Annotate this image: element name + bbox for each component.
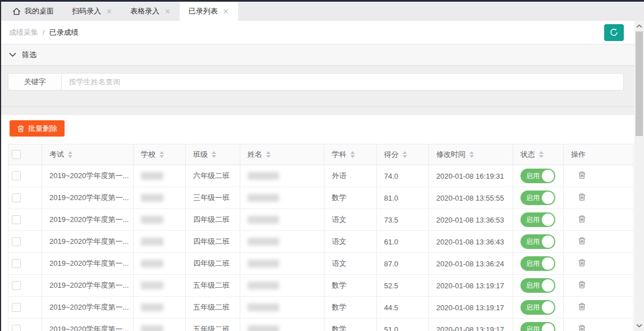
- status-toggle[interactable]: 启用: [520, 234, 555, 249]
- cell-school: [134, 319, 186, 331]
- cell-exam: 2019~2020学年度第一...: [42, 231, 134, 253]
- subject-text: 数学: [332, 303, 346, 311]
- status-toggle[interactable]: 启用: [520, 300, 555, 315]
- modified-text: 2020-01-08 13:36:24: [436, 260, 504, 268]
- sort-caret-icon[interactable]: [539, 151, 543, 158]
- cell-select: [8, 253, 42, 275]
- select-all-checkbox[interactable]: [12, 150, 21, 159]
- close-icon[interactable]: ✕: [106, 8, 112, 15]
- refresh-icon: [609, 28, 619, 37]
- sort-caret-icon[interactable]: [403, 151, 407, 158]
- tab-my-desktop[interactable]: 我的桌面: [3, 2, 63, 21]
- row-checkbox[interactable]: [12, 281, 21, 290]
- delete-row-button[interactable]: [578, 324, 586, 331]
- scroll-down-arrow-icon[interactable]: [634, 321, 644, 330]
- redacted-name: [248, 303, 279, 311]
- column-header-name[interactable]: 姓名: [240, 144, 325, 165]
- sort-caret-icon[interactable]: [469, 151, 474, 158]
- sort-caret-icon[interactable]: [68, 151, 72, 158]
- class-text: 四年级二班: [193, 215, 230, 224]
- sort-caret-icon[interactable]: [159, 151, 164, 158]
- cell-score: 81.0: [377, 187, 429, 209]
- subject-text: 数学: [332, 281, 346, 289]
- table-header-row: 考试学校班级姓名学科得分修改时间状态操作: [8, 144, 634, 165]
- column-header-class[interactable]: 班级: [186, 144, 240, 165]
- column-header-score[interactable]: 得分: [377, 144, 429, 165]
- delete-row-button[interactable]: [578, 280, 586, 289]
- column-header-school[interactable]: 学校: [134, 144, 186, 165]
- sort-caret-icon[interactable]: [350, 151, 355, 158]
- toggle-knob: [542, 257, 554, 270]
- keyword-input[interactable]: [62, 73, 624, 90]
- cell-name: [240, 275, 325, 297]
- app-window: 我的桌面 扫码录入 ✕ 表格录入 ✕ 已录列表 ✕ 成绩采集 / 已录成绩 筛选: [0, 0, 644, 331]
- tab-label: 扫码录入: [72, 6, 101, 16]
- exam-text: 2019~2020学年度第一...: [49, 171, 129, 180]
- filter-panel-header[interactable]: 筛选: [0, 44, 634, 66]
- score-text: 81.0: [384, 194, 398, 202]
- column-header-subject[interactable]: 学科: [325, 144, 377, 165]
- delete-row-button[interactable]: [578, 193, 586, 201]
- column-header-modified[interactable]: 修改时间: [429, 144, 513, 165]
- row-checkbox[interactable]: [12, 237, 21, 246]
- column-header-exam[interactable]: 考试: [42, 144, 134, 165]
- vertical-scrollbar[interactable]: [634, 21, 644, 331]
- cell-select: [8, 297, 42, 319]
- cell-subject: 外语: [325, 165, 377, 187]
- row-checkbox[interactable]: [12, 215, 21, 224]
- scroll-up-arrow-icon[interactable]: [634, 21, 644, 31]
- tab-scan-entry[interactable]: 扫码录入 ✕: [63, 2, 121, 21]
- row-checkbox[interactable]: [12, 325, 21, 331]
- cell-class: 五年级二班: [186, 319, 240, 331]
- status-toggle[interactable]: 启用: [520, 322, 555, 331]
- row-checkbox[interactable]: [12, 303, 21, 312]
- close-icon[interactable]: ✕: [223, 8, 229, 15]
- trash-icon: [578, 324, 586, 331]
- redacted-name: [248, 238, 279, 246]
- row-checkbox[interactable]: [12, 171, 21, 180]
- subject-text: 外语: [332, 171, 346, 180]
- refresh-button[interactable]: [604, 24, 624, 41]
- status-toggle[interactable]: 启用: [520, 169, 555, 183]
- trash-icon: [578, 259, 586, 267]
- subject-text: 数学: [332, 325, 346, 331]
- column-label: 操作: [571, 149, 586, 160]
- close-icon[interactable]: ✕: [165, 8, 171, 15]
- sort-caret-icon[interactable]: [212, 151, 216, 158]
- column-header-status[interactable]: 状态: [513, 144, 564, 165]
- batch-delete-button[interactable]: 批量删除: [10, 120, 65, 137]
- delete-row-button[interactable]: [578, 302, 586, 311]
- exam-text: 2019~2020学年度第一...: [49, 325, 129, 331]
- column-label: 得分: [384, 149, 399, 160]
- redacted-school: [141, 282, 163, 289]
- status-toggle[interactable]: 启用: [520, 212, 555, 227]
- delete-row-button[interactable]: [578, 259, 586, 267]
- breadcrumb-separator: /: [43, 28, 45, 37]
- scrollbar-thumb[interactable]: [636, 31, 643, 136]
- status-badge: 启用: [526, 171, 540, 181]
- redacted-name: [248, 325, 279, 331]
- tab-recorded-list[interactable]: 已录列表 ✕: [180, 2, 238, 21]
- column-label: 姓名: [248, 149, 262, 160]
- cell-subject: 语文: [325, 209, 377, 231]
- tab-form-entry[interactable]: 表格录入 ✕: [121, 2, 180, 21]
- cell-school: [134, 275, 186, 297]
- score-text: 44.5: [384, 303, 398, 312]
- sort-caret-icon[interactable]: [266, 151, 271, 158]
- exam-text: 2019~2020学年度第一...: [49, 215, 129, 224]
- status-toggle[interactable]: 启用: [520, 278, 555, 293]
- status-toggle[interactable]: 启用: [520, 191, 555, 205]
- breadcrumb-section: 成绩采集: [9, 28, 38, 38]
- status-badge: 启用: [526, 281, 540, 291]
- delete-row-button[interactable]: [578, 237, 586, 245]
- tab-label: 已录列表: [189, 6, 218, 16]
- score-text: 52.5: [384, 282, 398, 290]
- delete-row-button[interactable]: [578, 215, 586, 223]
- status-toggle[interactable]: 启用: [520, 256, 555, 271]
- delete-row-button[interactable]: [578, 171, 586, 179]
- row-checkbox[interactable]: [12, 193, 21, 202]
- cell-subject: 数学: [325, 187, 377, 209]
- redacted-school: [141, 216, 163, 224]
- table-row: 2019~2020学年度第一...四年级二班语文61.02020-01-08 1…: [8, 231, 634, 253]
- row-checkbox[interactable]: [12, 259, 21, 268]
